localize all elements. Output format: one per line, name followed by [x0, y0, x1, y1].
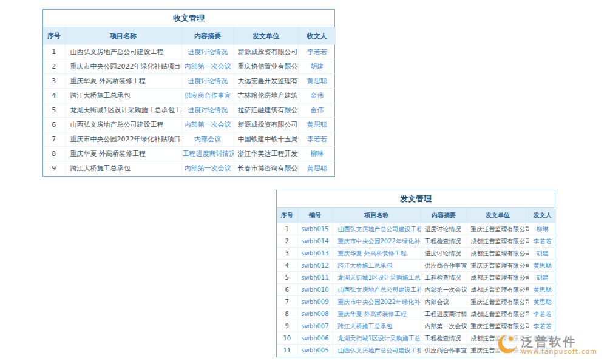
cell-person-link[interactable]: 黄思聪 [529, 260, 556, 272]
cell-summary-link[interactable]: 工程进度商讨情况 [181, 147, 234, 161]
cell-code-link[interactable]: swbh006 [297, 332, 333, 345]
column-header: 项目名称 [65, 27, 181, 45]
cell-project-link[interactable]: 跨江大桥施工总承包 [333, 320, 421, 332]
cell-project-link[interactable]: 重庆市中央公园2022年绿化补贴项目-... [333, 296, 421, 308]
column-header: 序号 [277, 208, 297, 223]
cell-person-link[interactable]: 柳琳 [298, 147, 336, 161]
cell-code-link[interactable]: swbh014 [297, 235, 333, 248]
cell-summary-link[interactable]: 内部第一次会议 [181, 161, 234, 176]
cell-code-link[interactable]: swbh012 [297, 260, 333, 272]
sent-header-row: 序号编号项目名称内容摘要发文单位发文人 [277, 208, 556, 223]
table-row: 1swbh015山西弘文房地产总公司建设工程进度讨论情况重庆泛普监理有限公司柳琳 [277, 223, 556, 235]
table-row: 9swbh007跨江大桥施工总承包内部第一次会议重庆泛普监理有限公司李若若 [277, 320, 556, 332]
cell-unit: 重庆泛普监理有限公司 [467, 320, 529, 332]
cell-project: 重庆华夏 外高桥装修工程 [65, 147, 181, 161]
cell-code-link[interactable]: swbh007 [297, 320, 333, 332]
cell-person-link[interactable]: 柳琳 [529, 223, 556, 235]
cell-unit: 吉林粮伦房地产建筑有... [234, 89, 298, 103]
cell-person-link[interactable]: 李若若 [529, 308, 556, 320]
watermark-url: www.fanpusoft.com [521, 348, 597, 356]
table-row: 6山西弘文房地产总公司建设工程内部第一次会议新源成投资有限公司黄思聪 [43, 118, 336, 132]
cell-no: 6 [277, 284, 297, 296]
cell-person-link[interactable]: 金伟 [298, 103, 336, 118]
cell-no: 3 [43, 74, 65, 89]
cell-no: 6 [43, 118, 65, 132]
cell-person-link[interactable]: 黄思聪 [298, 118, 336, 132]
cell-code-link[interactable]: swbh005 [297, 345, 333, 357]
cell-person-link[interactable]: 李若若 [298, 132, 336, 147]
cell-project-link[interactable]: 龙湖天街城1区设计采购施工总承包工程 [333, 272, 421, 284]
cell-project-link[interactable]: 山西弘文房地产总公司建设工程 [333, 223, 421, 235]
cell-person-link[interactable]: 黄思聪 [529, 284, 556, 296]
cell-person-link[interactable]: 李若若 [298, 45, 336, 59]
cell-unit: 中国铁建中铁十五局集... [234, 132, 298, 147]
cell-person-link[interactable]: 李若若 [529, 320, 556, 332]
received-docs-table: 序号项目名称内容摘要发文单位收文人 1山西弘文房地产总公司建设工程进度讨论情况新… [43, 27, 336, 176]
cell-no: 1 [277, 223, 297, 235]
cell-summary-link[interactable]: 内部第一次会议 [181, 118, 234, 132]
cell-summary-link[interactable]: 内部第一次会议 [181, 59, 234, 74]
cell-project-link[interactable]: 山西弘文房地产总公司建设工程 [333, 345, 421, 357]
cell-summary-link[interactable]: 内部会议 [181, 132, 234, 147]
cell-project-link[interactable]: 山西弘文房地产总公司建设工程 [333, 284, 421, 296]
table-row: 4swbh012跨江大桥施工总承包供应商合作事宜重庆泛普监理有限公司黄思聪 [277, 260, 556, 272]
cell-code-link[interactable]: swbh010 [297, 284, 333, 296]
cell-summary: 内部第一次会议 [421, 320, 467, 332]
cell-project: 山西弘文房地产总公司建设工程 [65, 118, 181, 132]
cell-summary-link[interactable]: 进度讨论情况 [181, 45, 234, 59]
column-header: 序号 [43, 27, 65, 45]
cell-unit: 成都泛普监理有限公司 [467, 272, 529, 284]
cell-project-link[interactable]: 重庆市中央公园2022年绿化补贴项目-... [333, 235, 421, 248]
cell-summary-link[interactable]: 进度讨论情况 [181, 74, 234, 89]
cell-code-link[interactable]: swbh013 [297, 248, 333, 260]
table-row: 4跨江大桥施工总承包供应商合作事宜吉林粮伦房地产建筑有...金伟 [43, 89, 336, 103]
column-header: 发文单位 [467, 208, 529, 223]
cell-person-link[interactable]: 李若若 [529, 235, 556, 248]
cell-project-link[interactable]: 重庆华夏 外高桥装修工程 [333, 308, 421, 320]
cell-no: 9 [277, 320, 297, 332]
cell-person-link[interactable]: 黄思聪 [298, 74, 336, 89]
cell-no: 8 [43, 147, 65, 161]
cell-project: 山西弘文房地产总公司建设工程 [65, 45, 181, 59]
cell-summary: 工程检查情况 [421, 272, 467, 284]
cell-no: 4 [277, 260, 297, 272]
cell-project-link[interactable]: 重庆华夏 外高桥装修工程 [333, 248, 421, 260]
table-row: 3重庆华夏 外高桥装修工程进度讨论情况大远宏鑫开发监理有限...黄思聪 [43, 74, 336, 89]
cell-person-link[interactable]: 胡建 [298, 59, 336, 74]
cell-unit: 重庆泛普监理有限公司 [467, 296, 529, 308]
cell-summary-link[interactable]: 进度讨论情况 [181, 103, 234, 118]
cell-code-link[interactable]: swbh011 [297, 272, 333, 284]
cell-person-link[interactable]: 金伟 [298, 89, 336, 103]
watermark: 泛普软件 www.fanpusoft.com [495, 332, 600, 358]
cell-project: 重庆华夏 外高桥装修工程 [65, 74, 181, 89]
cell-no: 5 [277, 272, 297, 284]
cell-project: 重庆市中央公园2022年绿化补贴项目-施工2标段 [65, 59, 181, 74]
cell-unit: 成都泛普监理有限公司 [467, 284, 529, 296]
cell-no: 7 [277, 296, 297, 308]
watermark-text: 泛普软件 www.fanpusoft.com [521, 335, 597, 356]
cell-person-link[interactable]: 胡建 [529, 248, 556, 260]
cell-person-link[interactable]: 黄思聪 [529, 296, 556, 308]
cell-project-link[interactable]: 龙湖天街城1区设计采购施工总承包工程 [333, 332, 421, 345]
table-row: 5swbh011龙湖天街城1区设计采购施工总承包工程工程检查情况成都泛普监理有限… [277, 272, 556, 284]
table-row: 7重庆市中央公园2022年绿化补贴项目-施工2标段内部会议中国铁建中铁十五局集.… [43, 132, 336, 147]
cell-person-link[interactable]: 黄思聪 [298, 161, 336, 176]
cell-code-link[interactable]: swbh015 [297, 223, 333, 235]
received-table-body: 1山西弘文房地产总公司建设工程进度讨论情况新源成投资有限公司李若若2重庆市中央公… [43, 45, 336, 176]
cell-person-link[interactable]: 胡建 [529, 272, 556, 284]
cell-code-link[interactable]: swbh009 [297, 296, 333, 308]
sent-docs-title: 发文管理 [277, 190, 555, 208]
cell-unit: 浙江华美达工程开发监... [234, 147, 298, 161]
received-docs-panel: 收文管理 序号项目名称内容摘要发文单位收文人 1山西弘文房地产总公司建设工程进度… [42, 9, 335, 177]
cell-summary: 工程进度商讨情况 [421, 308, 467, 320]
column-header: 发文人 [529, 208, 556, 223]
cell-no: 10 [277, 332, 297, 345]
cell-no: 2 [43, 59, 65, 74]
cell-no: 5 [43, 103, 65, 118]
column-header: 项目名称 [333, 208, 421, 223]
cell-summary-link[interactable]: 供应商合作事宜 [181, 89, 234, 103]
column-header: 内容摘要 [181, 27, 234, 45]
cell-code-link[interactable]: swbh008 [297, 308, 333, 320]
cell-project-link[interactable]: 跨江大桥施工总承包 [333, 260, 421, 272]
column-header: 发文单位 [234, 27, 298, 45]
